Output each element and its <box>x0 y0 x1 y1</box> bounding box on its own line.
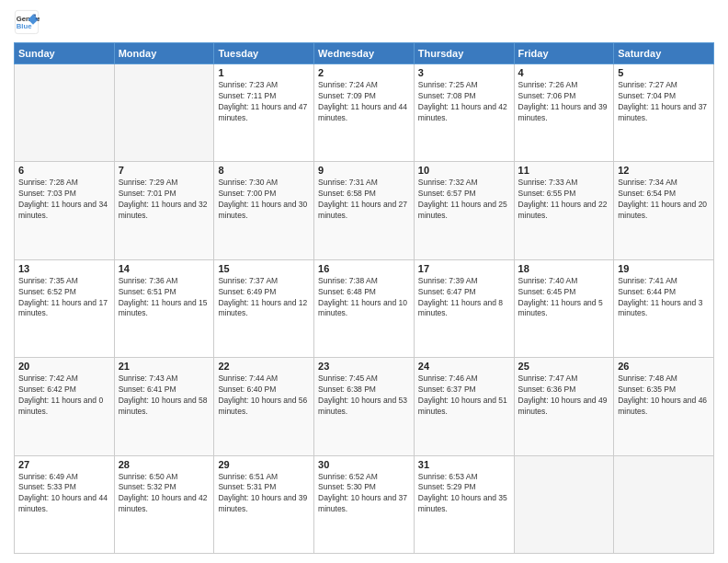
day-info: Sunrise: 7:36 AMSunset: 6:51 PMDaylight:… <box>119 276 210 320</box>
calendar-cell: 25Sunrise: 7:47 AMSunset: 6:36 PMDayligh… <box>514 358 614 455</box>
day-number: 16 <box>318 263 410 274</box>
calendar-cell: 26Sunrise: 7:48 AMSunset: 6:35 PMDayligh… <box>614 358 714 455</box>
svg-text:Blue: Blue <box>17 22 32 30</box>
calendar-week-row: 13Sunrise: 7:35 AMSunset: 6:52 PMDayligh… <box>15 259 714 357</box>
calendar-cell: 31Sunrise: 6:53 AMSunset: 5:29 PMDayligh… <box>414 455 514 553</box>
calendar-cell: 24Sunrise: 7:46 AMSunset: 6:37 PMDayligh… <box>414 358 514 455</box>
day-number: 2 <box>318 67 410 78</box>
calendar-cell: 5Sunrise: 7:27 AMSunset: 7:04 PMDaylight… <box>614 64 714 162</box>
calendar-cell: 27Sunrise: 6:49 AMSunset: 5:33 PMDayligh… <box>15 455 115 553</box>
calendar-cell: 19Sunrise: 7:41 AMSunset: 6:44 PMDayligh… <box>614 259 714 357</box>
day-info: Sunrise: 7:29 AMSunset: 7:01 PMDaylight:… <box>119 178 210 222</box>
weekday-header: Wednesday <box>314 43 415 64</box>
weekday-header: Sunday <box>15 43 115 64</box>
logo-icon: General Blue <box>14 9 40 35</box>
day-number: 17 <box>418 263 510 274</box>
calendar-header-row: SundayMondayTuesdayWednesdayThursdayFrid… <box>15 43 714 64</box>
day-number: 19 <box>618 263 710 274</box>
day-number: 18 <box>518 263 610 274</box>
day-number: 13 <box>18 263 110 274</box>
calendar-body: 1Sunrise: 7:23 AMSunset: 7:11 PMDaylight… <box>15 64 714 554</box>
calendar-cell: 30Sunrise: 6:52 AMSunset: 5:30 PMDayligh… <box>314 455 415 553</box>
calendar-week-row: 20Sunrise: 7:42 AMSunset: 6:42 PMDayligh… <box>15 358 714 455</box>
weekday-header: Thursday <box>414 43 514 64</box>
day-info: Sunrise: 7:39 AMSunset: 6:47 PMDaylight:… <box>418 276 510 320</box>
day-info: Sunrise: 7:34 AMSunset: 6:54 PMDaylight:… <box>618 178 710 222</box>
day-info: Sunrise: 7:43 AMSunset: 6:41 PMDaylight:… <box>119 373 210 418</box>
calendar-cell: 14Sunrise: 7:36 AMSunset: 6:51 PMDayligh… <box>114 259 214 357</box>
day-info: Sunrise: 7:41 AMSunset: 6:44 PMDaylight:… <box>618 276 710 320</box>
day-info: Sunrise: 7:26 AMSunset: 7:06 PMDaylight:… <box>518 80 610 124</box>
day-info: Sunrise: 7:30 AMSunset: 7:00 PMDaylight:… <box>218 178 310 222</box>
calendar-cell: 28Sunrise: 6:50 AMSunset: 5:32 PMDayligh… <box>114 455 214 553</box>
day-number: 4 <box>518 67 610 78</box>
day-info: Sunrise: 7:44 AMSunset: 6:40 PMDaylight:… <box>218 373 310 418</box>
calendar-week-row: 1Sunrise: 7:23 AMSunset: 7:11 PMDaylight… <box>15 64 714 162</box>
day-info: Sunrise: 6:51 AMSunset: 5:31 PMDaylight:… <box>218 472 310 516</box>
day-info: Sunrise: 7:27 AMSunset: 7:04 PMDaylight:… <box>618 80 710 124</box>
calendar-cell: 15Sunrise: 7:37 AMSunset: 6:49 PMDayligh… <box>214 259 314 357</box>
day-number: 8 <box>218 165 310 176</box>
day-number: 7 <box>119 165 210 176</box>
day-number: 5 <box>618 67 710 78</box>
day-number: 15 <box>218 263 310 274</box>
day-number: 22 <box>218 361 310 372</box>
day-number: 31 <box>418 459 510 470</box>
calendar-cell <box>614 455 714 553</box>
calendar-cell <box>514 455 614 553</box>
day-number: 9 <box>318 165 410 176</box>
calendar-week-row: 6Sunrise: 7:28 AMSunset: 7:03 PMDaylight… <box>15 162 714 259</box>
day-info: Sunrise: 7:48 AMSunset: 6:35 PMDaylight:… <box>618 373 710 418</box>
calendar-cell: 11Sunrise: 7:33 AMSunset: 6:55 PMDayligh… <box>514 162 614 259</box>
calendar-cell: 4Sunrise: 7:26 AMSunset: 7:06 PMDaylight… <box>514 64 614 162</box>
day-info: Sunrise: 7:31 AMSunset: 6:58 PMDaylight:… <box>318 178 410 222</box>
calendar-cell: 16Sunrise: 7:38 AMSunset: 6:48 PMDayligh… <box>314 259 415 357</box>
weekday-header: Tuesday <box>214 43 314 64</box>
day-number: 27 <box>18 459 110 470</box>
day-info: Sunrise: 7:40 AMSunset: 6:45 PMDaylight:… <box>518 276 610 320</box>
day-info: Sunrise: 7:23 AMSunset: 7:11 PMDaylight:… <box>218 80 310 124</box>
day-info: Sunrise: 7:32 AMSunset: 6:57 PMDaylight:… <box>418 178 510 222</box>
day-number: 12 <box>618 165 710 176</box>
calendar-cell: 7Sunrise: 7:29 AMSunset: 7:01 PMDaylight… <box>114 162 214 259</box>
calendar-cell: 17Sunrise: 7:39 AMSunset: 6:47 PMDayligh… <box>414 259 514 357</box>
day-number: 10 <box>418 165 510 176</box>
weekday-header: Monday <box>114 43 214 64</box>
calendar-cell: 2Sunrise: 7:24 AMSunset: 7:09 PMDaylight… <box>314 64 415 162</box>
calendar-cell: 9Sunrise: 7:31 AMSunset: 6:58 PMDaylight… <box>314 162 415 259</box>
header: General Blue <box>14 9 714 35</box>
calendar-cell: 8Sunrise: 7:30 AMSunset: 7:00 PMDaylight… <box>214 162 314 259</box>
day-number: 28 <box>119 459 210 470</box>
calendar-cell <box>114 64 214 162</box>
day-info: Sunrise: 7:24 AMSunset: 7:09 PMDaylight:… <box>318 80 410 124</box>
day-number: 1 <box>218 67 310 78</box>
day-number: 3 <box>418 67 510 78</box>
day-number: 30 <box>318 459 410 470</box>
day-number: 6 <box>18 165 110 176</box>
day-info: Sunrise: 7:33 AMSunset: 6:55 PMDaylight:… <box>518 178 610 222</box>
calendar-cell: 3Sunrise: 7:25 AMSunset: 7:08 PMDaylight… <box>414 64 514 162</box>
day-number: 11 <box>518 165 610 176</box>
logo: General Blue <box>14 9 40 35</box>
day-info: Sunrise: 7:37 AMSunset: 6:49 PMDaylight:… <box>218 276 310 320</box>
calendar-cell: 6Sunrise: 7:28 AMSunset: 7:03 PMDaylight… <box>15 162 115 259</box>
day-info: Sunrise: 6:50 AMSunset: 5:32 PMDaylight:… <box>119 472 210 516</box>
calendar-cell: 10Sunrise: 7:32 AMSunset: 6:57 PMDayligh… <box>414 162 514 259</box>
day-info: Sunrise: 7:42 AMSunset: 6:42 PMDaylight:… <box>18 373 110 418</box>
calendar-cell: 22Sunrise: 7:44 AMSunset: 6:40 PMDayligh… <box>214 358 314 455</box>
calendar-cell: 29Sunrise: 6:51 AMSunset: 5:31 PMDayligh… <box>214 455 314 553</box>
day-info: Sunrise: 7:35 AMSunset: 6:52 PMDaylight:… <box>18 276 110 320</box>
day-number: 24 <box>418 361 510 372</box>
day-info: Sunrise: 6:49 AMSunset: 5:33 PMDaylight:… <box>18 472 110 516</box>
page: General Blue SundayMondayTuesdayWednesda… <box>0 0 728 563</box>
day-info: Sunrise: 6:52 AMSunset: 5:30 PMDaylight:… <box>318 472 410 516</box>
day-number: 14 <box>119 263 210 274</box>
calendar-cell: 18Sunrise: 7:40 AMSunset: 6:45 PMDayligh… <box>514 259 614 357</box>
calendar-cell: 1Sunrise: 7:23 AMSunset: 7:11 PMDaylight… <box>214 64 314 162</box>
weekday-header: Friday <box>514 43 614 64</box>
calendar-cell: 20Sunrise: 7:42 AMSunset: 6:42 PMDayligh… <box>15 358 115 455</box>
calendar-week-row: 27Sunrise: 6:49 AMSunset: 5:33 PMDayligh… <box>15 455 714 553</box>
day-number: 26 <box>618 361 710 372</box>
day-info: Sunrise: 6:53 AMSunset: 5:29 PMDaylight:… <box>418 472 510 516</box>
day-number: 25 <box>518 361 610 372</box>
